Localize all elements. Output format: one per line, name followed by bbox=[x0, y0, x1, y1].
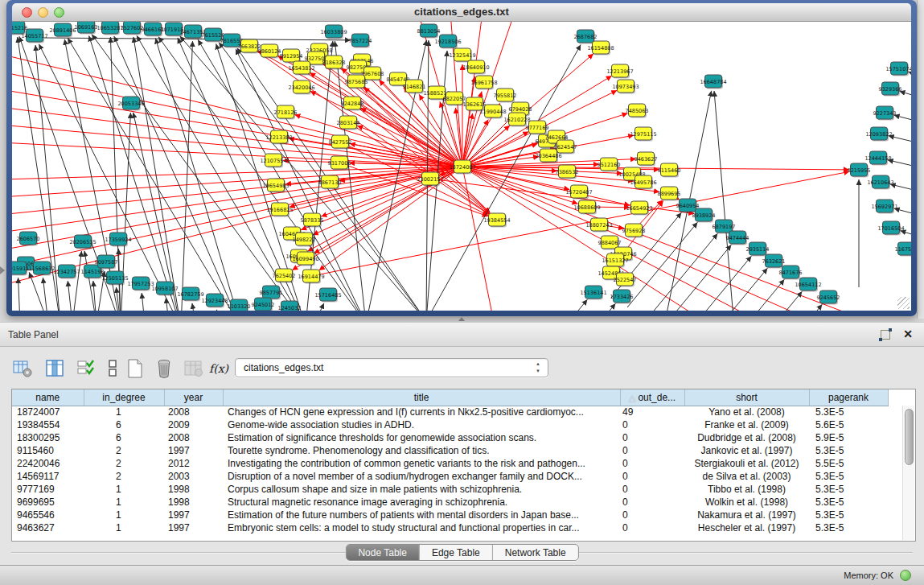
graph-node[interactable]: 7386532 bbox=[556, 165, 579, 179]
graph-edge[interactable] bbox=[900, 231, 911, 242]
graph-node[interactable]: 2718126 bbox=[274, 105, 298, 120]
graph-edge[interactable] bbox=[92, 35, 306, 311]
graph-node[interactable]: 8899695 bbox=[658, 187, 681, 201]
graph-node[interactable]: 9115460 bbox=[658, 163, 681, 178]
graph-node[interactable]: 9245012 bbox=[252, 298, 275, 311]
graph-node[interactable]: 8867130 bbox=[318, 175, 342, 190]
graph-node[interactable]: 12975115 bbox=[630, 127, 656, 142]
table-row[interactable]: 946362711997Embryonic stem cells: a mode… bbox=[12, 521, 888, 534]
graph-node[interactable]: 1527602 bbox=[121, 22, 144, 35]
graph-node[interactable]: 12444158 bbox=[864, 151, 891, 166]
panel-splitter-handle[interactable] bbox=[458, 317, 465, 321]
graph-node[interactable]: 12213383 bbox=[265, 130, 292, 145]
graph-node[interactable]: 1733426 bbox=[610, 290, 634, 304]
graph-node[interactable]: 7485063 bbox=[626, 104, 649, 118]
graph-node[interactable]: 16033809 bbox=[320, 25, 347, 39]
new-table-icon[interactable] bbox=[124, 357, 146, 380]
graph-node[interactable]: 15136141 bbox=[580, 286, 606, 300]
graph-node[interactable]: 1069163 bbox=[75, 22, 98, 35]
graph-node[interactable]: 9329366 bbox=[879, 82, 902, 97]
graph-node[interactable]: 18807243 bbox=[585, 218, 612, 233]
graph-node[interactable]: 9860124 bbox=[258, 44, 281, 59]
graph-node[interactable]: 12342757 bbox=[53, 265, 80, 279]
graph-node[interactable]: 10654112 bbox=[795, 278, 821, 292]
graph-node[interactable]: 5878335 bbox=[301, 213, 324, 228]
graph-edge[interactable] bbox=[714, 91, 733, 311]
graph-edge[interactable] bbox=[517, 299, 587, 311]
graph-node[interactable]: 8938924 bbox=[692, 208, 716, 223]
graph-edge[interactable] bbox=[647, 233, 717, 311]
graph-node[interactable]: 7632621 bbox=[762, 254, 786, 269]
graph-node[interactable]: 18640910 bbox=[462, 60, 489, 75]
graph-node[interactable]: 8427552 bbox=[329, 135, 352, 150]
graph-edge[interactable] bbox=[72, 251, 81, 311]
memory-status-indicator[interactable] bbox=[900, 570, 911, 581]
delete-rows-icon[interactable] bbox=[153, 357, 175, 380]
graph-node[interactable]: 23420046 bbox=[288, 80, 314, 95]
graph-node[interactable]: 12093822 bbox=[865, 127, 892, 142]
function-builder-icon[interactable]: f(x) bbox=[207, 357, 230, 380]
graph-node[interactable]: 9146821 bbox=[403, 80, 426, 94]
table-row[interactable]: 911546021997Tourette syndrome. Phenomeno… bbox=[12, 444, 888, 457]
graph-node[interactable]: 10973493 bbox=[612, 80, 639, 94]
graph-node[interactable]: 8813054 bbox=[417, 24, 441, 39]
table-row[interactable]: 1830029562008Estimation of significance … bbox=[12, 431, 888, 444]
graph-node[interactable]: 9512160 bbox=[598, 158, 621, 172]
graph-node[interactable]: 7857224 bbox=[349, 34, 372, 48]
graph-edge[interactable] bbox=[158, 37, 366, 311]
graph-node[interactable]: 9097587 bbox=[95, 255, 118, 270]
select-rows-icon[interactable] bbox=[76, 357, 98, 380]
graph-node[interactable]: 2522547 bbox=[614, 273, 637, 287]
graph-node[interactable]: 2935114 bbox=[746, 242, 770, 257]
graph-node[interactable]: 16648784 bbox=[700, 75, 726, 89]
graph-edge[interactable] bbox=[714, 279, 784, 311]
network-view[interactable]: 2015216140557172089140610691631065328715… bbox=[12, 22, 911, 311]
tab-edge-table[interactable]: Edge Table bbox=[419, 545, 492, 560]
float-window-icon[interactable] bbox=[881, 330, 890, 340]
graph-edge[interactable] bbox=[357, 126, 462, 167]
graph-node[interactable]: 9245652 bbox=[817, 290, 840, 305]
graph-node[interactable]: 2803144 bbox=[337, 116, 360, 130]
tab-network-table[interactable]: Network Table bbox=[492, 545, 578, 560]
graph-node[interactable]: 7955812 bbox=[494, 89, 517, 103]
graph-node[interactable]: 1245032 bbox=[278, 301, 302, 311]
graph-node[interactable]: 16654923 bbox=[626, 201, 652, 216]
column-header-title[interactable]: title bbox=[223, 389, 620, 406]
network-window[interactable]: citations_edges.txt 20152161405571720891… bbox=[6, 0, 917, 316]
graph-edge[interactable] bbox=[43, 278, 48, 311]
graph-node[interactable]: 9875685 bbox=[345, 75, 368, 89]
close-icon[interactable]: ✕ bbox=[903, 328, 913, 340]
graph-edge[interactable] bbox=[18, 278, 20, 311]
graph-edge[interactable] bbox=[192, 303, 195, 311]
graph-edge[interactable] bbox=[890, 184, 911, 196]
graph-edge[interactable] bbox=[545, 303, 615, 311]
table-row[interactable]: 969969511998Structural magnetic resonanc… bbox=[12, 496, 888, 509]
graph-node[interactable]: 15692971 bbox=[871, 200, 897, 214]
resize-grip[interactable] bbox=[897, 297, 910, 309]
graph-node[interactable]: 9242848 bbox=[341, 97, 364, 111]
graph-edge[interactable] bbox=[216, 310, 220, 311]
graph-node[interactable]: 3915911 bbox=[12, 262, 29, 276]
graph-node[interactable]: 9227343 bbox=[873, 106, 897, 121]
graph-node[interactable]: 2606570 bbox=[17, 232, 40, 246]
graph-edge[interactable] bbox=[462, 167, 495, 311]
show-columns-icon[interactable] bbox=[43, 357, 66, 380]
graph-node[interactable]: 9317006 bbox=[328, 156, 351, 171]
graph-node[interactable]: 17359924 bbox=[105, 233, 131, 247]
graph-node[interactable]: 10688609 bbox=[573, 200, 600, 215]
graph-node[interactable]: 15751074 bbox=[885, 62, 911, 76]
graph-edge[interactable] bbox=[142, 293, 145, 311]
graph-node[interactable]: 17957253 bbox=[127, 277, 154, 291]
graph-edge[interactable] bbox=[12, 167, 462, 233]
table-row[interactable]: 946554611997Estimation of the future num… bbox=[12, 509, 888, 521]
graph-edge[interactable] bbox=[900, 91, 911, 102]
graph-edge[interactable] bbox=[894, 208, 911, 220]
vertical-scrollbar[interactable] bbox=[902, 406, 914, 540]
graph-node[interactable]: 7625402 bbox=[273, 269, 296, 283]
window-title-bar[interactable]: citations_edges.txt bbox=[12, 3, 911, 22]
graph-node[interactable]: 20053346 bbox=[117, 97, 144, 111]
graph-node[interactable]: 20891406 bbox=[49, 23, 76, 38]
column-header-out_de[interactable]: △out_de... bbox=[620, 389, 684, 406]
graph-edge[interactable] bbox=[888, 160, 911, 171]
scrollbar-thumb[interactable] bbox=[905, 409, 914, 465]
